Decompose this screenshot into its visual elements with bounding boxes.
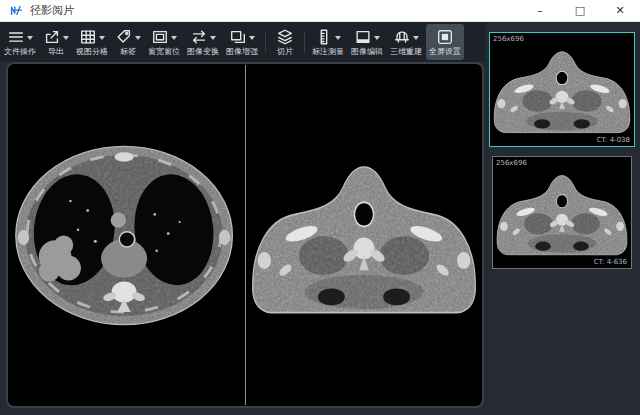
toolbar-button-label: 图像编辑: [351, 47, 383, 57]
chevron-down-icon: [27, 36, 33, 40]
viewer-panel: [6, 62, 484, 408]
toolbar-button-window-level[interactable]: 窗宽窗位: [145, 24, 183, 60]
chevron-down-icon: [374, 36, 380, 40]
menu-icon: [7, 28, 25, 46]
series-thumbnail-2[interactable]: 256x696CT: 4-636: [492, 156, 632, 269]
toolbar-button-menu[interactable]: 文件操作: [1, 24, 39, 60]
toolbar-button-slice[interactable]: 切片: [270, 24, 300, 60]
viewport-axial-chest[interactable]: [8, 64, 245, 406]
grid-icon: [79, 28, 97, 46]
ct-neck-image: [249, 144, 479, 326]
window-controls: – □ ✕: [520, 0, 640, 21]
app-logo-icon: [9, 4, 22, 17]
maximize-button[interactable]: □: [560, 0, 600, 21]
toolbar-button-enhance[interactable]: 图像增强: [223, 24, 261, 60]
enhance-icon: [229, 28, 247, 46]
viewport-axial-neck[interactable]: [246, 64, 483, 406]
tag-icon: [115, 28, 133, 46]
cube-3d-icon: [393, 28, 411, 46]
chevron-down-icon: [335, 36, 341, 40]
toolbar-button-label: 全屏设置: [429, 47, 461, 57]
toolbar: 文件操作导出视图分格标签窗宽窗位图像变换图像增强切片标注测量图像编辑三维重建全屏…: [0, 22, 486, 62]
close-button[interactable]: ✕: [600, 0, 640, 21]
thumbnail-size-label: 256x696: [493, 35, 524, 43]
ct-thumbnail-image: [495, 163, 629, 262]
thumbnail-series-label: CT: 4-038: [597, 136, 630, 144]
toolbar-button-cube-3d[interactable]: 三维重建: [387, 24, 425, 60]
measure-icon: [315, 28, 333, 46]
titlebar: 径影阅片 – □ ✕: [0, 0, 640, 22]
chevron-down-icon: [210, 36, 216, 40]
slice-icon: [276, 28, 294, 46]
toolbar-button-label: 视图分格: [76, 47, 108, 57]
window-level-icon: [151, 28, 169, 46]
series-thumbnail-sidebar: 256x696CT: 4-038256x696CT: 4-636: [486, 22, 640, 415]
ct-chest-image: [11, 134, 241, 337]
toolbar-button-label: 三维重建: [390, 47, 422, 57]
toolbar-button-export[interactable]: 导出: [40, 24, 72, 60]
chevron-down-icon: [249, 36, 255, 40]
toolbar-button-fullscreen[interactable]: 全屏设置: [426, 24, 464, 60]
toolbar-button-tag[interactable]: 标签: [112, 24, 144, 60]
toolbar-button-label: 图像变换: [187, 47, 219, 57]
image-edit-icon: [354, 28, 372, 46]
toolbar-button-image-edit[interactable]: 图像编辑: [348, 24, 386, 60]
toolbar-button-label: 文件操作: [4, 47, 36, 57]
toolbar-separator: [304, 31, 305, 53]
chevron-down-icon: [99, 36, 105, 40]
toolbar-button-label: 窗宽窗位: [148, 47, 180, 57]
toolbar-button-grid[interactable]: 视图分格: [73, 24, 111, 60]
chevron-down-icon: [413, 36, 419, 40]
fullscreen-icon: [436, 28, 454, 46]
minimize-button[interactable]: –: [520, 0, 560, 21]
thumbnail-series-label: CT: 4-636: [594, 258, 627, 266]
toolbar-button-measure[interactable]: 标注测量: [309, 24, 347, 60]
ct-thumbnail-image: [492, 39, 632, 140]
chevron-down-icon: [171, 36, 177, 40]
toolbar-separator: [265, 31, 266, 53]
toolbar-button-label: 图像增强: [226, 47, 258, 57]
export-icon: [43, 28, 61, 46]
window-title: 径影阅片: [30, 3, 74, 18]
chevron-down-icon: [135, 36, 141, 40]
toolbar-button-label: 标注测量: [312, 47, 344, 57]
toolbar-button-label: 切片: [277, 47, 293, 57]
toolbar-button-transform[interactable]: 图像变换: [184, 24, 222, 60]
toolbar-button-label: 标签: [120, 47, 136, 57]
thumbnail-size-label: 256x696: [496, 159, 527, 167]
transform-icon: [190, 28, 208, 46]
toolbar-button-label: 导出: [48, 47, 64, 57]
chevron-down-icon: [63, 36, 69, 40]
series-thumbnail-1-selected[interactable]: 256x696CT: 4-038: [489, 32, 635, 147]
